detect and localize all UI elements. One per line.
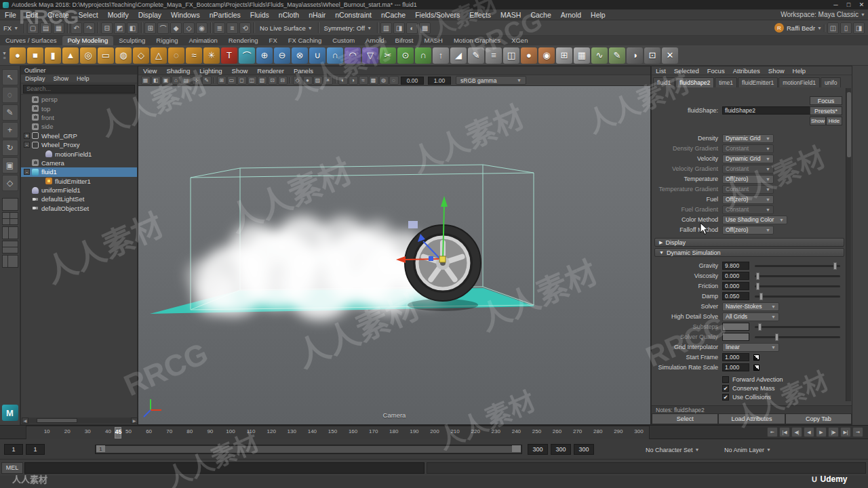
damp-field[interactable]: 0.050	[722, 292, 749, 300]
menu-select[interactable]: Select	[74, 11, 103, 19]
attribute-editor-scrollbar[interactable]	[846, 88, 851, 401]
output-connections-icon[interactable]: ≡	[226, 22, 238, 34]
delete-history-icon[interactable]: ✕	[662, 47, 678, 64]
snap-to-view-plane-icon[interactable]: ◇	[183, 22, 195, 34]
slider-handle[interactable]	[756, 272, 760, 280]
scrollbar-thumb[interactable]	[37, 418, 77, 423]
film-gate-icon[interactable]: ▭	[227, 76, 237, 85]
animation-end-field[interactable]: 300	[551, 444, 571, 455]
select-tool[interactable]: ↖	[2, 69, 18, 85]
poly-sphere-icon[interactable]: ●	[9, 47, 26, 64]
lasso-select-tool[interactable]: ◌	[2, 87, 18, 103]
resolution-gate-icon[interactable]: ◻	[237, 76, 247, 85]
menu-create[interactable]: Create	[43, 11, 74, 19]
snap-to-grid-icon[interactable]: ⊞	[144, 22, 156, 34]
fuel-dropdown[interactable]: Off(zero)▼	[722, 195, 774, 204]
section-dynamic-simulation[interactable]: ▼ Dynamic Simulation	[654, 248, 844, 257]
shelf-tab-bifrost[interactable]: Bifrost	[390, 36, 419, 45]
symmetry-dropdown[interactable]: Symmetry: Off▼	[321, 24, 375, 33]
step-forward-frame-button[interactable]: ▶|	[840, 427, 851, 437]
shadows-icon[interactable]: ◐	[338, 76, 348, 85]
gate-mask-icon[interactable]: ◫	[248, 76, 257, 85]
conserve-mass-checkbox[interactable]: ✔	[722, 385, 729, 392]
menu-modify[interactable]: Modify	[103, 11, 134, 19]
tool-settings-toggle-icon[interactable]: ◨	[853, 22, 865, 34]
hide-button[interactable]: Hide	[826, 117, 842, 125]
bridge-icon[interactable]: ∩	[415, 47, 431, 64]
snap-to-point-icon[interactable]: ◆	[170, 22, 182, 34]
forward-advection-checkbox[interactable]	[722, 376, 729, 383]
extra-end-field[interactable]: 300	[574, 444, 594, 455]
camera-attributes-icon[interactable]: ▣	[161, 76, 171, 85]
undo-icon[interactable]: ↶	[71, 22, 82, 34]
input-connections-icon[interactable]: ≣	[214, 22, 225, 34]
redo-icon[interactable]: ↷	[83, 22, 95, 34]
outliner-item-wheel_proxy[interactable]: -Wheel_Proxy	[21, 140, 137, 149]
select-by-hierarchy-icon[interactable]: ⊟	[101, 22, 113, 34]
ae-menu-selected[interactable]: Selected	[670, 67, 703, 75]
grease-pencil-icon[interactable]: ✎	[202, 76, 212, 85]
grid-icon[interactable]: ⊞	[217, 76, 226, 85]
temperature-dropdown[interactable]: Off(zero)▼	[722, 175, 774, 184]
shelf-list-icon[interactable]: ≡	[3, 56, 5, 60]
ae-menu-help[interactable]: Help	[789, 67, 810, 75]
viewport-menu-lighting[interactable]: Lighting	[195, 67, 226, 75]
anim-layer-dropdown[interactable]: No Anim Layer▼	[724, 445, 771, 455]
velocity-dropdown[interactable]: Dynamic Grid▼	[722, 155, 774, 163]
outliner-item-persp[interactable]: persp	[21, 95, 137, 104]
shelf-menu-control[interactable]: ▼≡	[0, 51, 9, 60]
ambient-occlusion-icon[interactable]: ◑	[349, 76, 358, 85]
menu-cache[interactable]: Cache	[526, 11, 555, 19]
focus-button[interactable]: Focus	[810, 96, 842, 105]
gamma-field[interactable]: 1.00	[428, 77, 451, 85]
range-right-handle[interactable]	[512, 445, 521, 452]
slider-handle[interactable]	[833, 262, 837, 270]
no-live-surface-dropdown[interactable]: No Live Surface▼	[256, 24, 316, 33]
mel-toggle-button[interactable]: MEL	[1, 462, 23, 474]
outliner-search-input[interactable]	[23, 85, 135, 94]
viscosity-field[interactable]: 0.000	[722, 272, 749, 280]
menu-arnold[interactable]: Arnold	[556, 11, 586, 19]
isolate-select-icon[interactable]: ◌	[389, 76, 399, 85]
gravity-slider[interactable]	[755, 265, 840, 267]
render-settings-icon[interactable]: ▩	[419, 22, 431, 34]
solver-quality-field[interactable]	[722, 333, 749, 341]
anti-aliasing-icon[interactable]: ▩	[369, 76, 378, 85]
boolean-difference-icon[interactable]: ⊖	[274, 47, 290, 64]
poly-helix-icon[interactable]: ≈	[186, 47, 202, 64]
notes-bar[interactable]: Notes: fluidShape2	[652, 405, 852, 413]
start-frame-field[interactable]: 1.000	[722, 353, 749, 361]
slider-handle[interactable]	[760, 293, 763, 300]
paint-select-tool[interactable]: ✎	[2, 104, 18, 121]
substeps-slider[interactable]	[755, 326, 840, 328]
boolean-union-icon[interactable]: ⊕	[256, 47, 273, 64]
play-backwards-button[interactable]: ◀	[804, 427, 814, 437]
simulation-rate-scale-map-button[interactable]	[753, 365, 760, 371]
outliner-item-side[interactable]: side	[21, 122, 137, 131]
wireframe-shelf-icon[interactable]: ▦	[574, 47, 590, 64]
slider-handle[interactable]	[756, 283, 760, 290]
target-weld-icon[interactable]: ⊙	[397, 47, 414, 64]
menu-ncache[interactable]: nCache	[376, 11, 410, 19]
toon-shader-icon[interactable]: ◑	[627, 47, 643, 64]
menu-edit[interactable]: Edit	[21, 11, 43, 19]
single-pane-layout-button[interactable]	[2, 198, 18, 211]
reduce-icon[interactable]: ▽	[362, 47, 378, 64]
shelf-tab-mash[interactable]: MASH	[419, 36, 448, 45]
playback-end-field[interactable]: 300	[528, 444, 548, 455]
quad-draw-icon[interactable]: ✎	[468, 47, 484, 64]
menuset-dropdown[interactable]: FX▼	[0, 24, 22, 33]
attribute-editor-toggle-icon[interactable]: ▯	[840, 22, 852, 34]
expand-toggle-icon[interactable]: -	[24, 169, 30, 175]
ae-menu-list[interactable]: List	[652, 67, 670, 75]
scroll-right-icon[interactable]: ▶	[131, 418, 138, 424]
mirror-icon[interactable]: ◫	[503, 47, 519, 64]
poly-plane-icon[interactable]: ▭	[98, 47, 114, 64]
viewport-menu-view[interactable]: View	[138, 67, 161, 75]
viewport-menu-panels[interactable]: Panels	[289, 67, 318, 75]
four-pane-layout-button[interactable]	[2, 212, 18, 225]
substeps-field[interactable]	[722, 323, 749, 331]
exposure-field[interactable]: 0.00	[401, 77, 424, 85]
poly-disc-icon[interactable]: ◍	[115, 47, 132, 64]
open-render-view-icon[interactable]: ▥	[380, 22, 392, 34]
